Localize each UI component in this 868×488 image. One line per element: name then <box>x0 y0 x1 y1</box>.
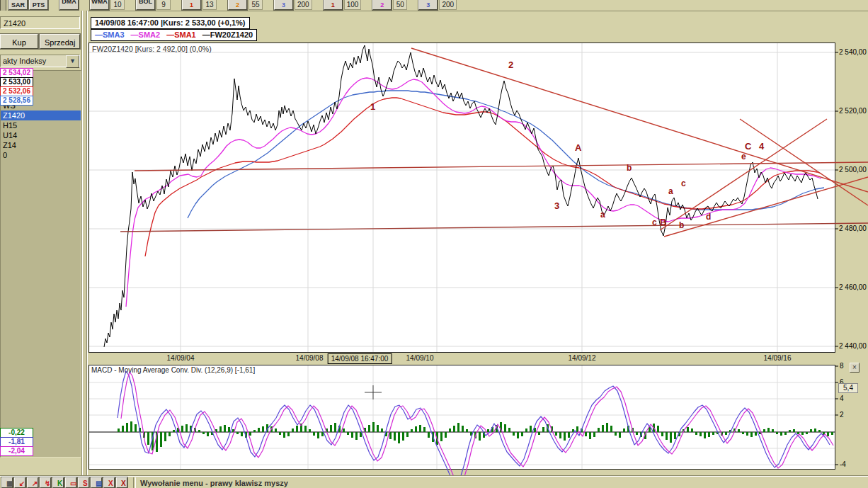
macd-axis-label: 8 <box>840 362 844 370</box>
macd-value-box: -0,22 <box>0 428 33 438</box>
price-value-box: 2 528,56 <box>0 96 33 106</box>
wave-label-b: b <box>627 163 632 173</box>
indicator-button-bol[interactable]: BOL <box>136 0 155 10</box>
wave-label-c: c <box>652 217 657 227</box>
indicator-button-wma[interactable]: WMA <box>90 0 109 10</box>
wave-label-4: 4 <box>759 141 764 152</box>
zigzag-icon[interactable]: ↯ <box>40 477 51 488</box>
instrument-category-dropdown[interactable]: akty Indeksy ▼ <box>0 55 80 67</box>
price-value-box: 2 532,06 <box>0 86 33 96</box>
macd-axis-label: -4 <box>840 460 846 468</box>
indicator-period-field[interactable]: 200 <box>439 0 457 10</box>
candles-icon[interactable]: K <box>52 477 64 488</box>
instrument-item-z14[interactable]: Z14 <box>1 140 81 150</box>
price-chart-area[interactable] <box>88 42 835 353</box>
date-axis-label: 14/09/10 <box>406 354 434 362</box>
status-bar: ▦↙↗↯K▭S▤XX Wywołanie menu - prawy klawis… <box>0 476 868 488</box>
indicator-button-sma3[interactable]: SMA3 <box>418 0 438 10</box>
grid-icon[interactable]: ▦ <box>1 477 13 488</box>
indicator-button-dma[interactable]: DMA <box>59 0 79 10</box>
instrument-item-u14[interactable]: U14 <box>1 130 81 140</box>
indicator-button-parsar[interactable]: PARSAR <box>8 0 28 10</box>
macd-axis-toggle-button[interactable]: × <box>850 363 860 373</box>
indicator-button-ema1[interactable]: EMA1 <box>182 0 201 10</box>
date-axis-label: 14/09/12 <box>569 354 596 362</box>
chart-timestamp-box: 14/09/08 16:47:00 |Kurs: 2 533,00 (+0,1%… <box>91 17 250 29</box>
legend-item-fw20z1420: —FW20Z1420 <box>202 30 253 40</box>
indicator-button-sma2[interactable]: SMA2 <box>372 0 392 10</box>
chart-legend: —SMA3—SMA2—SMA1—FW20Z1420 <box>91 29 257 41</box>
wave-label-a: a <box>600 210 605 220</box>
legend-item-sma2: —SMA2 <box>131 30 161 40</box>
indicator-period-field[interactable]: 100 <box>344 0 362 10</box>
price-axis-label: 2 500,00 <box>839 166 867 174</box>
date-axis-label: 14/09/08 <box>296 354 324 362</box>
wave-label-2: 2 <box>508 59 513 70</box>
date-axis-current-box: 14/09/08 16:47:00 <box>328 353 392 364</box>
indicator-toolbar: PARSARPIVPTSDMAWMA10BOL9EMA113EMA255EMA3… <box>0 0 868 11</box>
app-window: PARSARPIVPTSDMAWMA10BOL9EMA113EMA255EMA3… <box>0 0 868 488</box>
indicator-period-field[interactable]: 200 <box>295 0 312 10</box>
indicator-period-field[interactable]: 9 <box>156 0 171 10</box>
indicator-period-field[interactable]: 50 <box>393 0 407 10</box>
date-axis-label: 14/09/16 <box>764 354 792 362</box>
price-axis-label: 2 540,00 <box>839 48 867 56</box>
print-icon[interactable]: ▤ <box>91 477 102 488</box>
wave-label-3: 3 <box>554 200 559 211</box>
macd-value-box: -2,04 <box>0 446 33 456</box>
instrument-item-0[interactable]: 0 <box>1 150 81 160</box>
price-value-box: 2 534,02 <box>0 68 33 78</box>
price-axis-label: 2 460,00 <box>839 283 867 291</box>
price-value-box: 2 533,00 <box>0 77 33 87</box>
indicator-period-field[interactable]: 55 <box>249 0 263 10</box>
delete-all-icon[interactable]: X <box>116 477 127 488</box>
indicator-button-ema3[interactable]: EMA3 <box>274 0 293 10</box>
legend-item-sma1: —SMA1 <box>166 30 196 40</box>
wave-label-a: a <box>668 186 673 196</box>
macd-axis-label: 2 <box>840 411 844 419</box>
price-axis-label: 2 440,00 <box>839 342 867 350</box>
buy-button[interactable]: Kup <box>0 34 38 49</box>
statusbar-hint-text: Wywołanie menu - prawy klawisz myszy <box>140 479 288 487</box>
wave-label-1: 1 <box>370 101 375 112</box>
wave-label-b: b <box>679 220 684 230</box>
wave-label-C: C <box>745 141 751 152</box>
sell-button[interactable]: Sprzedaj <box>40 34 80 49</box>
s-tool-icon[interactable]: S <box>78 477 89 488</box>
statusbar-separator <box>133 477 136 488</box>
wave-label-e: e <box>741 152 746 161</box>
macd-value-tooltip: 5,4 <box>838 383 858 393</box>
trendline-down-icon[interactable]: ↙ <box>14 477 25 488</box>
trendline-up-icon[interactable]: ↗ <box>27 477 38 488</box>
rectangle-tool-icon[interactable]: ▭ <box>65 477 76 488</box>
wave-label-d: d <box>706 212 711 222</box>
cut-toolbar-button[interactable] <box>0 0 6 11</box>
indicator-button-ema2[interactable]: EMA2 <box>228 0 247 10</box>
delete-icon[interactable]: X <box>103 477 115 488</box>
indicator-period-field[interactable]: 10 <box>110 0 125 10</box>
date-axis-label: 14/09/04 <box>167 354 195 362</box>
instrument-list[interactable]: H1520M1520U1420WSZ1420H15U14Z140 <box>0 70 81 458</box>
symbol-field[interactable]: Z1420 <box>0 16 80 29</box>
macd-value-box: -1,81 <box>0 437 33 447</box>
instrument-item-h15[interactable]: H15 <box>1 120 81 130</box>
price-axis-label: 2 480,00 <box>839 225 867 232</box>
wave-label-c: c <box>681 178 686 188</box>
chevron-down-icon[interactable]: ▼ <box>66 55 79 68</box>
indicator-button-pivpts[interactable]: PIVPTS <box>29 0 48 10</box>
wave-label-A: A <box>575 142 581 153</box>
instrument-item-z1420[interactable]: Z1420 <box>1 110 81 120</box>
price-axis-label: 2 520,00 <box>839 107 867 115</box>
macd-axis-label: 4 <box>840 395 844 402</box>
chart-title: FW20Z1420 [Kurs: 2 492,00] (0,0%) <box>92 45 212 53</box>
instrument-category-value: akty Indeksy <box>3 57 46 65</box>
indicator-period-field[interactable]: 13 <box>202 0 217 10</box>
macd-title: MACD - Moving Average Conv. Div. (12,26,… <box>91 366 255 374</box>
macd-chart-area[interactable] <box>88 365 835 470</box>
indicator-button-sma1[interactable]: SMA1 <box>324 0 343 10</box>
sidebar-splitter[interactable] <box>81 11 88 476</box>
legend-item-sma3: —SMA3 <box>95 30 125 40</box>
wave-label-B: B <box>660 217 666 227</box>
